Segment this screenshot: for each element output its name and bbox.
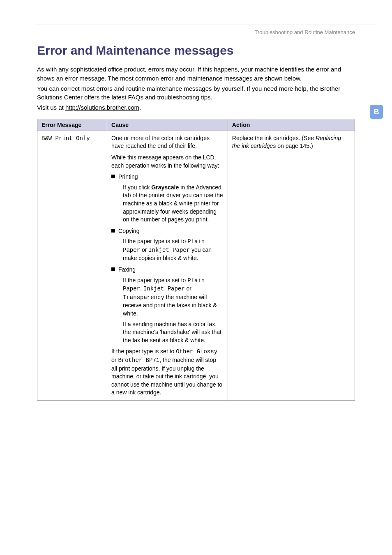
p3-m2: Brother BP71: [118, 357, 159, 364]
header-error-message: Error Message: [37, 119, 107, 131]
intro-visit-line: Visit us at http://solutions.brother.com…: [37, 103, 355, 112]
faxing-m2: Inkjet Paper: [143, 286, 185, 292]
bullet-copying-label: Copying: [118, 227, 139, 235]
top-divider: [37, 25, 376, 25]
copying-t1: If the paper type is set to: [123, 238, 187, 244]
faxing-t1b: ,: [140, 285, 143, 292]
intro-visit-text: Visit us at: [37, 104, 65, 111]
bullet-copying: Copying: [111, 227, 224, 235]
intro-paragraph-2: You can correct most errors and routine …: [37, 84, 355, 102]
p3-t2: or: [111, 357, 118, 363]
header-cause: Cause: [107, 119, 228, 131]
grayscale-bold: Grayscale: [151, 184, 179, 191]
faxing-t1: If the paper type is set to: [123, 277, 187, 283]
intro-period: .: [139, 104, 141, 111]
page-heading: Error and Maintenance messages: [37, 44, 355, 58]
cause-p1: One or more of the color ink cartridges …: [111, 134, 224, 150]
paper-type-note: If the paper type is set to Other Glossy…: [111, 348, 224, 397]
faxing-m3: Transparency: [123, 294, 164, 301]
printing-text-pre: If you click: [123, 184, 151, 191]
copying-desc: If the paper type is set to Plain Paper …: [111, 237, 224, 263]
faxing-t2: or: [185, 285, 191, 292]
copying-t2: or: [140, 246, 148, 253]
cause-p2: While this message appears on the LCD, e…: [111, 154, 224, 170]
bullet-faxing-label: Faxing: [118, 266, 136, 274]
error-table: Error Message Cause Action B&W Print Onl…: [37, 119, 355, 401]
action-t2: on page 145.): [276, 143, 313, 149]
bullet-faxing: Faxing: [111, 266, 224, 274]
square-bullet-icon: [111, 175, 115, 178]
error-code-text: B&W Print Only: [42, 135, 90, 142]
bullet-printing: Printing: [111, 173, 224, 181]
p3-m1: Other Glossy: [176, 348, 217, 355]
cell-cause: One or more of the color ink cartridges …: [107, 131, 228, 400]
bullet-printing-label: Printing: [118, 173, 138, 181]
table-row: B&W Print Only One or more of the color …: [37, 131, 355, 400]
printing-desc: If you click Grayscale in the Advanced t…: [111, 184, 224, 224]
header-action: Action: [228, 119, 355, 131]
intro-paragraph-1: As with any sophisticated office product…: [37, 65, 355, 83]
faxing-desc-2: If a sending machine has a color fax, th…: [111, 320, 224, 345]
table-header-row: Error Message Cause Action: [37, 119, 355, 131]
breadcrumb: Troubleshooting and Routine Maintenance: [0, 29, 355, 35]
p3-t1: If the paper type is set to: [111, 348, 176, 355]
copying-m2: Inkjet Paper: [148, 247, 190, 253]
solutions-link[interactable]: http://solutions.brother.com: [65, 104, 139, 111]
action-t1: Replace the ink cartridges. (See: [232, 135, 316, 141]
cell-error-message: B&W Print Only: [37, 131, 107, 400]
square-bullet-icon: [111, 229, 115, 233]
section-tab: B: [370, 105, 383, 119]
faxing-desc-1: If the paper type is set to Plain Paper,…: [111, 276, 224, 318]
cell-action: Replace the ink cartridges. (See Replaci…: [228, 131, 355, 400]
square-bullet-icon: [111, 267, 115, 271]
